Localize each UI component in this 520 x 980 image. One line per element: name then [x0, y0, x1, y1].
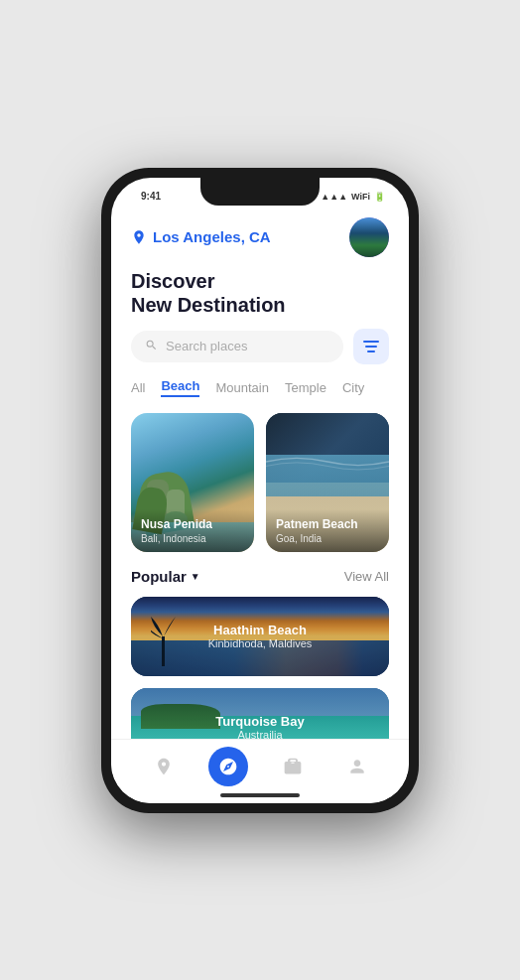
category-tabs: All Beach Mountain Temple City	[111, 378, 409, 413]
app-content: Los Angeles, CA Discover New Destination	[111, 206, 409, 803]
filter-line-1	[363, 341, 379, 343]
haathim-overlay: Haathim Beach Kinbidhoda, Maldives	[131, 597, 389, 676]
featured-grid: Nusa Penida Bali, Indonesia	[111, 413, 409, 568]
search-row: Search places	[111, 329, 409, 378]
haathim-location: Kinbidhoda, Maldives	[208, 637, 313, 649]
popular-card-haathim[interactable]: Haathim Beach Kinbidhoda, Maldives	[131, 597, 389, 676]
title-section: Discover New Destination	[111, 265, 409, 329]
tab-city[interactable]: City	[342, 380, 364, 395]
explore-icon	[218, 757, 238, 776]
avatar[interactable]	[349, 217, 389, 257]
popular-text: Popular	[131, 568, 187, 585]
popular-header: Popular ▼ View All	[131, 568, 389, 585]
chevron-down-icon: ▼	[191, 571, 200, 582]
haathim-name: Haathim Beach	[213, 623, 307, 637]
location-row[interactable]: Los Angeles, CA	[131, 228, 271, 245]
avatar-image	[349, 217, 389, 257]
featured-card-nusa[interactable]: Nusa Penida Bali, Indonesia	[131, 413, 254, 552]
filter-line-3	[367, 350, 375, 352]
patnem-overlay: Patnem Beach Goa, India	[266, 509, 389, 552]
popular-label[interactable]: Popular ▼	[131, 568, 200, 585]
nav-map[interactable]	[144, 747, 184, 786]
filter-line-2	[365, 346, 377, 348]
featured-card-patnem[interactable]: Patnem Beach Goa, India	[266, 413, 389, 552]
nusa-name: Nusa Penida	[141, 517, 244, 533]
bottom-nav	[111, 739, 409, 803]
home-indicator	[220, 793, 300, 797]
nusa-location: Bali, Indonesia	[141, 533, 244, 544]
phone-frame: 9:41 ▲▲▲ WiFi 🔋 Los Angeles, CA	[101, 168, 419, 813]
briefcase-icon	[283, 757, 303, 776]
tab-all[interactable]: All	[131, 380, 145, 395]
nav-profile[interactable]	[337, 747, 377, 786]
phone-screen: 9:41 ▲▲▲ WiFi 🔋 Los Angeles, CA	[111, 178, 409, 803]
wave-lines	[266, 452, 389, 472]
title-line2: New Destination	[131, 293, 389, 317]
title-line1: Discover	[131, 269, 389, 293]
profile-icon	[347, 757, 367, 776]
search-placeholder: Search places	[166, 339, 247, 353]
tab-temple[interactable]: Temple	[285, 380, 326, 395]
patnem-name: Patnem Beach	[276, 517, 379, 533]
notch	[200, 178, 320, 206]
search-box[interactable]: Search places	[131, 331, 343, 362]
nusa-overlay: Nusa Penida Bali, Indonesia	[131, 509, 254, 552]
nav-explore[interactable]	[208, 747, 248, 786]
search-icon	[145, 339, 158, 354]
patnem-location: Goa, India	[276, 533, 379, 544]
location-text: Los Angeles, CA	[153, 228, 271, 245]
tab-mountain[interactable]: Mountain	[215, 380, 268, 395]
turquoise-name: Turquoise Bay	[215, 714, 304, 729]
filter-button[interactable]	[353, 329, 389, 364]
tab-beach[interactable]: Beach	[161, 378, 199, 397]
view-all-button[interactable]: View All	[344, 569, 389, 584]
map-pin-icon	[154, 757, 174, 776]
popular-section: Popular ▼ View All	[111, 568, 409, 768]
location-pin-icon	[131, 229, 147, 245]
header: Los Angeles, CA	[111, 206, 409, 265]
nav-briefcase[interactable]	[273, 747, 313, 786]
